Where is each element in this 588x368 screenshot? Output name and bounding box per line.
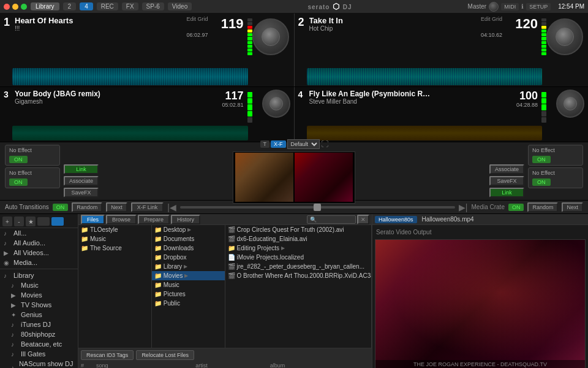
lib-item-media[interactable]: ◉ Media... bbox=[0, 258, 78, 267]
associate-button-left[interactable]: Associate bbox=[64, 176, 99, 186]
savefx-button-left[interactable]: SaveFX bbox=[64, 188, 99, 197]
fx-on-btn-r2[interactable]: ON bbox=[532, 178, 551, 186]
media-icon: ◉ bbox=[4, 259, 11, 266]
file-item-source[interactable]: 📁 The Source bbox=[78, 243, 151, 253]
list-view-btn[interactable] bbox=[37, 217, 50, 226]
fx-on-btn-r1[interactable]: ON bbox=[532, 156, 551, 163]
auto-transitions-on[interactable]: ON bbox=[53, 204, 69, 211]
file-item-documents[interactable]: 📁 Documents bbox=[152, 234, 225, 243]
file-item-editing[interactable]: 📁 Editing Projects bbox=[225, 243, 372, 253]
search-input[interactable] bbox=[307, 215, 356, 224]
default-select[interactable]: Default bbox=[287, 139, 320, 149]
deck1-title: Heart Of Hearts bbox=[15, 16, 149, 25]
t-button[interactable]: T bbox=[260, 140, 270, 148]
grid-view-btn[interactable] bbox=[51, 217, 64, 226]
fx-unit-right: No Effect ON No Effect ON bbox=[528, 145, 583, 188]
rescan-button[interactable]: Rescan ID3 Tags bbox=[81, 350, 134, 360]
lib-item-nascum[interactable]: ♪ NAScum show DJ songs bbox=[0, 359, 78, 368]
file-item-imovie[interactable]: 📄 iMovie Projects.localized bbox=[225, 253, 372, 262]
random-button-left[interactable]: Random bbox=[72, 202, 102, 212]
xf-button[interactable]: X-F bbox=[271, 140, 286, 148]
associate-button-right[interactable]: Associate bbox=[489, 164, 524, 174]
sp6-button[interactable]: SP-6 bbox=[142, 2, 164, 10]
next-button-right[interactable]: Next bbox=[562, 202, 583, 212]
lib-item-80shiphopz[interactable]: ♪ 80shiphopz bbox=[0, 329, 78, 339]
video-button[interactable]: Video bbox=[168, 2, 192, 10]
expand-icon[interactable]: ⛶ bbox=[321, 140, 328, 148]
files-tab[interactable]: Files bbox=[81, 215, 105, 224]
file-icon-2: 🎬 bbox=[228, 236, 235, 242]
minus-icon[interactable]: - bbox=[14, 217, 24, 226]
fx-button[interactable]: FX bbox=[122, 2, 138, 10]
deck1-edit-grid[interactable]: Edit Grid bbox=[186, 16, 208, 22]
close-button[interactable]: ✕ bbox=[357, 215, 369, 224]
lib-item-library[interactable]: ♪ Library bbox=[0, 270, 78, 280]
file-item-public[interactable]: 📁 Public bbox=[152, 299, 225, 308]
file-item-desktop[interactable]: 📁 Desktop bbox=[152, 225, 225, 234]
file-item-library-col2[interactable]: 📁 Library bbox=[152, 262, 225, 271]
lib-item-ill-gates[interactable]: ♪ Ill Gates bbox=[0, 349, 78, 359]
rec-button[interactable]: REC bbox=[97, 2, 118, 10]
file-item-downloads[interactable]: 📁 Downloads bbox=[152, 243, 225, 253]
library-tab[interactable]: Library bbox=[31, 2, 59, 10]
close-window-btn[interactable] bbox=[4, 4, 10, 10]
file-item-crop[interactable]: 🎬 Crop Circles Quest For Truth (2002).av… bbox=[225, 225, 372, 234]
lib-item-music[interactable]: ♪ Music bbox=[0, 280, 78, 290]
file-item-obrother[interactable]: 🎬 O Brother Where Art Thou.2000.BRRip.Xv… bbox=[225, 271, 372, 280]
halloween-folder[interactable]: Halloween80s bbox=[375, 216, 417, 223]
random-button-right[interactable]: Random bbox=[527, 202, 558, 212]
crossfader-handle[interactable] bbox=[314, 204, 321, 211]
master-knob[interactable] bbox=[489, 2, 499, 12]
folder-icon-3: 📁 bbox=[81, 245, 88, 251]
browse-tab[interactable]: Browse bbox=[106, 215, 137, 224]
savefx-button-right[interactable]: SaveFX bbox=[489, 176, 524, 186]
cf-right-icon[interactable]: ▶| bbox=[459, 202, 468, 212]
fx-on-btn-1[interactable]: ON bbox=[9, 156, 28, 163]
lib-item-tv-shows[interactable]: ▶ TV Shows bbox=[0, 300, 78, 310]
lib-item-all[interactable]: ♪ All... bbox=[0, 228, 78, 238]
next-button-left[interactable]: Next bbox=[106, 202, 127, 212]
maximize-window-btn[interactable] bbox=[21, 4, 27, 10]
top-bar: Library 2 4 REC FX SP-6 Video serato ⬡ D… bbox=[0, 0, 588, 13]
lib-item-movies[interactable]: ▶ Movies bbox=[0, 290, 78, 300]
lib-item-beatacue[interactable]: ♪ Beatacue, etc bbox=[0, 339, 78, 349]
lib-item-audio[interactable]: ♪ All Audio... bbox=[0, 238, 78, 248]
minimize-window-btn[interactable] bbox=[12, 4, 18, 10]
file-item-music-col2[interactable]: 📁 Music bbox=[152, 280, 225, 289]
file-item-dx6[interactable]: 🎬 dx6-Educating_Elainia.avi bbox=[225, 234, 372, 243]
lib-item-itunes-dj[interactable]: ♪ iTunes DJ bbox=[0, 320, 78, 329]
xf-link-button[interactable]: X-F Link bbox=[131, 202, 164, 212]
file-item-movies-col2[interactable]: 📁 Movies bbox=[152, 271, 225, 280]
midi-button[interactable]: MIDI bbox=[501, 3, 519, 10]
file-item-jre[interactable]: 🎬 jre_#282_-_peter_dueseberg_-_bryan_cal… bbox=[225, 262, 372, 271]
prepare-tab[interactable]: Prepare bbox=[138, 215, 170, 224]
tab-2[interactable]: 2 bbox=[63, 2, 77, 10]
tab-4[interactable]: 4 bbox=[80, 2, 93, 10]
file-item-music-col1[interactable]: 📁 Music bbox=[78, 234, 151, 243]
crossfader[interactable] bbox=[180, 206, 455, 209]
setup-button[interactable]: SETUP bbox=[526, 3, 551, 10]
lib-item-genius[interactable]: ✦ Genius bbox=[0, 310, 78, 320]
deck-2: 2 Take It In Hot Chip Edit Grid 120 04:1… bbox=[295, 13, 589, 86]
deck3-jogwheel[interactable] bbox=[262, 90, 292, 119]
file-item-dropbox[interactable]: 📁 Dropbox bbox=[152, 253, 225, 262]
link-button-right[interactable]: Link bbox=[489, 188, 524, 197]
deck1-jogwheel[interactable] bbox=[252, 18, 292, 58]
lib-item-videos[interactable]: ▶ All Videos... bbox=[0, 248, 78, 258]
cf-left-icon[interactable]: |◀ bbox=[167, 202, 176, 212]
deck2-edit-grid[interactable]: Edit Grid bbox=[481, 16, 502, 22]
history-tab[interactable]: History bbox=[171, 215, 200, 224]
file-item-tloestyle[interactable]: 📁 TLOestyle bbox=[78, 225, 151, 234]
mixer-center: T X-F Default ⛶ bbox=[227, 142, 361, 200]
deck1-vu-meter bbox=[247, 18, 252, 55]
fx-on-btn-2[interactable]: ON bbox=[9, 178, 28, 186]
media-crate-on[interactable]: ON bbox=[508, 204, 524, 211]
deck2-jogwheel[interactable] bbox=[546, 18, 586, 58]
star-icon[interactable]: ★ bbox=[26, 217, 36, 226]
deck4-jogwheel[interactable] bbox=[556, 90, 586, 119]
file-item-pictures[interactable]: 📁 Pictures bbox=[152, 289, 225, 299]
relocate-button[interactable]: Relocate Lost Files bbox=[136, 350, 194, 360]
add-icon[interactable]: + bbox=[2, 217, 12, 226]
link-button-left[interactable]: Link bbox=[64, 164, 99, 174]
file-browser-header: Files Browse Prepare History ✕ bbox=[78, 214, 372, 225]
